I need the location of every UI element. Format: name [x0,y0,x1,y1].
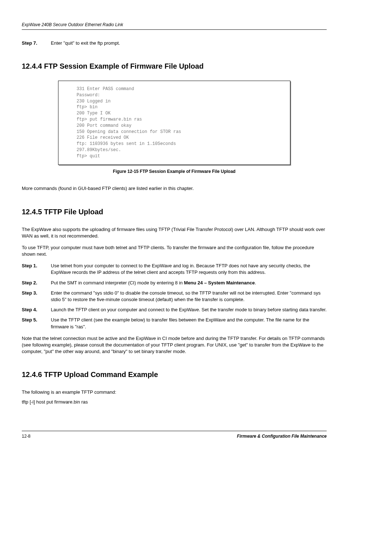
step-label: Step 1. [22,263,51,276]
step-label: Step 7. [22,40,51,46]
step-body: Use the TFTP client (see the example bel… [51,317,327,330]
page-header-title: ExpWave 240B Secure Outdoor Ethernet Rad… [22,22,327,28]
footer-page-number: 12-8 [22,433,30,439]
footer-section-title: Firmware & Configuration File Maintenanc… [237,433,327,439]
page-footer: 12-8 Firmware & Configuration File Maint… [22,431,327,439]
figure-caption: Figure 12-15 FTP Session Example of Firm… [22,169,327,175]
step-bold: Menu 24 – System Maintenance [184,280,255,285]
step-row: Step 4. Launch the TFTP client on your c… [22,307,327,313]
step-body: Use telnet from your computer to connect… [51,263,327,276]
step-label: Step 5. [22,317,51,330]
step-row: Step 3. Enter the command "sys stdio 0" … [22,290,327,303]
section-heading-ftp-example: 12.4.4 FTP Session Example of Firmware F… [22,61,327,71]
step-body: Enter "quit" to exit the ftp prompt. [51,40,327,46]
step-label: Step 4. [22,307,51,313]
paragraph: The following is an example TFTP command… [22,389,327,396]
section-heading-tftp-command-example: 12.4.6 TFTP Upload Command Example [22,369,327,380]
paragraph: The ExpWave also supports the uploading … [22,226,327,239]
step-row: Step 5. Use the TFTP client (see the exa… [22,317,327,330]
ftp-session-code: 331 Enter PASS command Password: 230 Log… [58,81,290,165]
step-text: . [255,280,256,285]
step-body: Launch the TFTP client on your computer … [51,307,327,313]
step-label: Step 2. [22,280,51,286]
step-body: Put the SMT in command interpreter (CI) … [51,280,327,286]
step-row: Step 7. Enter "quit" to exit the ftp pro… [22,40,327,46]
step-body: Enter the command "sys stdio 0" to disab… [51,290,327,303]
section-heading-tftp-upload: 12.4.5 TFTP File Upload [22,207,327,217]
paragraph: Note that the telnet connection must be … [22,335,327,355]
step-row: Step 2. Put the SMT in command interpret… [22,280,327,286]
command-line: tftp [-i] host put firmware.bin ras [22,399,327,405]
paragraph: More commands (found in GUI-based FTP cl… [22,185,327,192]
steps-list: Step 1. Use telnet from your computer to… [22,263,327,330]
step-row: Step 1. Use telnet from your computer to… [22,263,327,276]
paragraph: To use TFTP, your computer must have bot… [22,244,327,258]
step-text: Put the SMT in command interpreter (CI) … [51,280,184,285]
step-label: Step 3. [22,290,51,303]
header-rule [22,29,327,30]
